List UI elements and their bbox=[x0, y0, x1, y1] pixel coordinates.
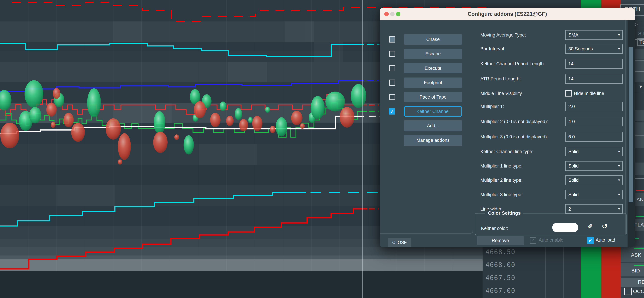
setting-label: Multiplier 2 (0.0 is not displayed): bbox=[480, 117, 548, 126]
manage-addons-button[interactable]: Manage addons bbox=[404, 135, 462, 146]
addon-button-pace-of-tape[interactable]: Pace of Tape bbox=[404, 92, 462, 102]
cancel-accent-line bbox=[636, 190, 644, 191]
input-value: 14 bbox=[568, 76, 574, 81]
multiplier-2-input[interactable]: 4.0 bbox=[565, 117, 623, 126]
addon-checkbox-execute[interactable] bbox=[389, 65, 395, 71]
input-value: 2.0 bbox=[568, 104, 575, 109]
configure-addons-dialog: Configure addons (ESZ21@GF) Chase Escape… bbox=[380, 8, 635, 247]
chevron-down-icon: ▾ bbox=[618, 162, 620, 170]
ask-label: ASK bbox=[631, 252, 641, 258]
addon-button-footprint[interactable]: Footprint bbox=[404, 77, 462, 88]
chevron-down-icon: ▾ bbox=[618, 205, 620, 214]
keltner-line-type-select[interactable]: Solid ▾ bbox=[565, 147, 623, 156]
chevron-down-icon: ▾ bbox=[618, 30, 620, 39]
dialog-title: Configure addons (ESZ21@GF) bbox=[380, 11, 635, 17]
selected-value: Solid bbox=[568, 192, 579, 197]
reset-color-icon[interactable]: ↺ bbox=[602, 222, 608, 230]
setting-label: Multiplier 1 line type: bbox=[480, 161, 522, 171]
setting-label: Moving Average Type: bbox=[480, 30, 526, 40]
addon-checkbox-chase[interactable] bbox=[389, 36, 395, 42]
keltner-color-swatch[interactable] bbox=[552, 223, 578, 232]
selected-value: SMA bbox=[568, 32, 578, 37]
bar-interval-select[interactable]: 30 Seconds ▾ bbox=[565, 44, 623, 54]
addon-button-escape[interactable]: Escape bbox=[404, 49, 462, 59]
flatten-label: FLAT bbox=[634, 222, 644, 228]
setting-label: Keltner Channel line type: bbox=[480, 147, 533, 156]
keltner-color-label: Keltner color: bbox=[481, 226, 508, 231]
setting-label: Multiplier 2 line type: bbox=[480, 175, 522, 185]
setting-label: Bar Interval: bbox=[480, 44, 506, 54]
oco-label: OCO bbox=[633, 289, 644, 294]
add-addon-button[interactable]: Add... bbox=[404, 120, 462, 131]
multiplier-3-line-type-select[interactable]: Solid ▾ bbox=[565, 190, 623, 199]
selected-value: Solid bbox=[568, 149, 579, 154]
addon-checkbox-footprint[interactable] bbox=[389, 79, 395, 86]
remove-button[interactable]: Remove bbox=[477, 236, 524, 245]
multiplier-1-input[interactable]: 2.0 bbox=[565, 102, 623, 111]
st-label[interactable]: ST bbox=[638, 31, 644, 36]
hide-middle-line-label: Hide midle line bbox=[574, 89, 604, 98]
dialog-scrollbar-track[interactable] bbox=[628, 20, 635, 247]
edit-color-pencil-icon[interactable]: ✎ bbox=[587, 223, 593, 231]
rev-button[interactable]: REV bbox=[621, 278, 644, 287]
multiplier-1-line-type-select[interactable]: Solid ▾ bbox=[565, 161, 623, 171]
selected-value: Solid bbox=[568, 163, 579, 169]
addon-checkbox-escape[interactable] bbox=[389, 51, 395, 57]
line-width-select[interactable]: 2 ▾ bbox=[565, 204, 623, 214]
close-dialog-button[interactable]: CLOSE bbox=[388, 238, 411, 247]
ask-accent-line bbox=[634, 248, 644, 249]
addon-button-keltner-channel[interactable]: Keltner Channel bbox=[404, 106, 462, 117]
price-level: 4667.00 bbox=[486, 287, 523, 296]
addon-button-chase[interactable]: Chase bbox=[404, 34, 462, 44]
color-settings-legend: Color Settings bbox=[485, 210, 524, 216]
dialog-body: Chase Escape Execute Footprint Pace of T… bbox=[380, 20, 635, 247]
setting-label: ATR Period Length: bbox=[480, 74, 521, 84]
auto-load-checkbox[interactable]: ✓ bbox=[587, 237, 594, 244]
setting-label: Multiplier 3 line type: bbox=[480, 190, 522, 199]
input-value: 6.0 bbox=[568, 134, 575, 139]
multiplier-3-input[interactable]: 6.0 bbox=[565, 132, 623, 142]
bid-button[interactable]: BID bbox=[621, 263, 644, 277]
setting-label: Multiplier 1: bbox=[480, 102, 504, 111]
setting-label: Middle Line Visibility bbox=[480, 89, 522, 98]
selected-value: 30 Seconds bbox=[568, 46, 593, 51]
to-button[interactable]: TO bbox=[637, 38, 644, 46]
selected-value: Solid bbox=[568, 178, 579, 183]
price-level: 4667.50 bbox=[486, 274, 523, 283]
chevron-down-icon: ▾ bbox=[618, 190, 620, 199]
bid-label: BID bbox=[631, 268, 640, 274]
addon-button-execute[interactable]: Execute bbox=[404, 63, 462, 73]
ask-button[interactable]: ASK bbox=[621, 247, 644, 262]
setting-label: Keltner Channel Period Length: bbox=[480, 59, 545, 69]
dialog-scrollbar-thumb[interactable] bbox=[628, 47, 633, 202]
trading-app-screen: BOTH > ST TO ▼ ANC FLAT bbox=[0, 0, 644, 298]
form-right-divider bbox=[626, 20, 626, 234]
moving-average-type-select[interactable]: SMA ▾ bbox=[565, 30, 623, 40]
auto-load-label: Auto load bbox=[596, 238, 615, 243]
chevron-down-icon: ▾ bbox=[618, 176, 620, 185]
addon-checkbox-pace-of-tape[interactable] bbox=[389, 94, 395, 100]
cancel-label: ANC bbox=[636, 197, 644, 202]
chevron-right-icon[interactable]: > bbox=[635, 21, 638, 27]
bid-accent-line bbox=[634, 265, 644, 266]
chevron-down-icon[interactable]: ▼ bbox=[638, 84, 643, 89]
rev-label: REV bbox=[638, 279, 644, 285]
selected-value: 2 bbox=[568, 206, 571, 212]
chevron-down-icon: ▾ bbox=[618, 44, 620, 53]
price-level: 4668.00 bbox=[486, 261, 523, 270]
setting-label: Multiplier 3 (0.0 is not displayed): bbox=[480, 132, 548, 142]
addon-checkbox-keltner-channel[interactable]: ✓ bbox=[389, 108, 395, 115]
dialog-titlebar[interactable]: Configure addons (ESZ21@GF) bbox=[380, 8, 635, 20]
multiplier-2-line-type-select[interactable]: Solid ▾ bbox=[565, 175, 623, 185]
input-value: 4.0 bbox=[568, 119, 575, 124]
keltner-period-length-input[interactable]: 14 bbox=[565, 59, 623, 69]
chevron-down-icon: ▾ bbox=[618, 147, 620, 156]
input-value: 14 bbox=[568, 61, 574, 66]
atr-period-length-input[interactable]: 14 bbox=[565, 74, 623, 84]
flatten-accent-line bbox=[636, 216, 644, 217]
color-settings-group: Color Settings Keltner color: ✎ ↺ bbox=[475, 213, 626, 235]
oco-checkbox[interactable] bbox=[624, 288, 632, 295]
price-level: 4668.50 bbox=[486, 248, 523, 257]
hide-middle-line-checkbox[interactable] bbox=[565, 90, 572, 96]
auto-enable-checkbox[interactable]: ✓ bbox=[530, 237, 536, 244]
